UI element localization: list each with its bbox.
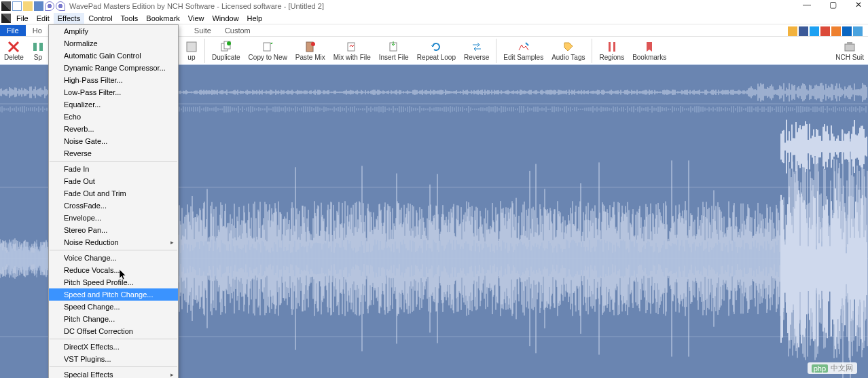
tool-label: Copy to New: [249, 54, 287, 61]
effects-item-directx-effects[interactable]: DirectX Effects...: [49, 341, 178, 353]
effects-item-envelope[interactable]: Envelope...: [49, 212, 178, 224]
app-icon: [1, 1, 11, 11]
tool-truncated[interactable]: up: [181, 37, 202, 64]
tool-label: Repeat Loop: [417, 54, 456, 61]
effects-item-crossfade[interactable]: CrossFade...: [49, 200, 178, 212]
tool-duplicate[interactable]: Duplicate: [208, 37, 245, 64]
qat-new-icon[interactable]: [12, 1, 22, 11]
tab-custom[interactable]: Custom: [218, 25, 257, 36]
linkedin-icon[interactable]: [842, 26, 852, 36]
x-red-icon: [7, 41, 20, 53]
effects-item-equalizer[interactable]: Equalizer...: [49, 98, 178, 111]
effects-item-speed-and-pitch-change[interactable]: Speed and Pitch Change...: [49, 288, 178, 301]
effects-item-pitch-speed-profile[interactable]: Pitch Speed Profile...: [49, 276, 178, 288]
effects-item-reduce-vocals[interactable]: Reduce Vocals...: [49, 264, 178, 276]
rss-icon[interactable]: [831, 26, 841, 36]
window-controls: — ▢ ✕: [800, 0, 865, 10]
qat-open-icon[interactable]: [23, 1, 33, 11]
tool-paste-mix[interactable]: Paste Mix: [291, 37, 329, 64]
tags-icon: [562, 41, 575, 53]
tool-bookmarks[interactable]: Bookmarks: [628, 37, 670, 64]
tool-copy-to-new[interactable]: Copy to New: [245, 37, 291, 64]
effects-item-automatic-gain-control[interactable]: Automatic Gain Control: [49, 50, 178, 62]
reverse-icon: [471, 41, 483, 53]
tool-label: Reverse: [464, 54, 489, 61]
split-icon: [32, 41, 44, 53]
thumbs-up-icon[interactable]: [788, 26, 797, 36]
qat-redo-icon[interactable]: [56, 1, 65, 11]
menu-bookmark[interactable]: Bookmark: [142, 13, 184, 24]
tool-split[interactable]: Sp: [28, 37, 48, 64]
svg-rect-9: [348, 43, 355, 51]
effects-item-reverse[interactable]: Reverse: [49, 147, 178, 159]
tool-label: Audio Tags: [551, 54, 585, 61]
tab-file[interactable]: File: [0, 25, 26, 36]
svg-point-8: [311, 42, 315, 46]
effects-item-pitch-change[interactable]: Pitch Change...: [49, 313, 178, 325]
menu-tools[interactable]: Tools: [117, 13, 143, 24]
effects-item-echo[interactable]: Echo: [49, 111, 178, 123]
effects-item-noise-gate[interactable]: Noise Gate...: [49, 135, 178, 147]
svg-point-5: [227, 41, 231, 45]
twitter-icon[interactable]: [810, 26, 819, 36]
svg-rect-14: [847, 42, 852, 45]
tool-audio-tags[interactable]: Audio Tags: [547, 37, 589, 64]
effects-item-vst-plugins[interactable]: VST Plugins...: [49, 353, 178, 365]
title-bar: WavePad Masters Edition by NCH Software …: [0, 0, 868, 12]
menu-edit[interactable]: Edit: [33, 13, 54, 24]
menu-control[interactable]: Control: [84, 13, 116, 24]
maximize-button[interactable]: ▢: [826, 0, 839, 10]
google-plus-icon[interactable]: [820, 26, 830, 36]
share-icon[interactable]: [853, 26, 863, 36]
tool-mix-with-file[interactable]: Mix with File: [329, 37, 375, 64]
effects-item-reverb[interactable]: Reverb...: [49, 123, 178, 135]
tool-label: up: [187, 54, 195, 61]
qat-undo-icon[interactable]: [45, 1, 54, 11]
effects-item-amplify[interactable]: Amplify: [49, 25, 178, 37]
tab-home-truncated[interactable]: Ho: [26, 25, 49, 36]
bookmarks-icon: [643, 41, 655, 53]
facebook-icon[interactable]: [799, 26, 808, 36]
tool-delete[interactable]: Delete: [0, 37, 28, 64]
tool-label: Bookmarks: [632, 54, 666, 61]
effects-item-fade-out[interactable]: Fade Out: [49, 175, 178, 187]
social-icons: [788, 26, 863, 36]
tool-nch-suite[interactable]: NCH Suit: [831, 37, 868, 64]
samples-icon: [518, 41, 530, 53]
tool-reverse[interactable]: Reverse: [460, 37, 493, 64]
effects-item-normalize[interactable]: Normalize: [49, 37, 178, 50]
svg-rect-11: [609, 42, 611, 52]
menu-effects[interactable]: Effects: [54, 13, 84, 24]
menu-view[interactable]: View: [184, 13, 209, 24]
effects-item-fade-in[interactable]: Fade In: [49, 163, 178, 175]
menu-help[interactable]: Help: [243, 13, 267, 24]
tool-label: Regions: [599, 54, 624, 61]
watermark-prefix: php: [812, 364, 828, 373]
minimize-button[interactable]: —: [800, 0, 814, 10]
effects-item-stereo-pan[interactable]: Stereo Pan...: [49, 224, 178, 236]
tool-repeat-loop[interactable]: Repeat Loop: [413, 37, 460, 64]
effects-item-speed-change[interactable]: Speed Change...: [49, 301, 178, 313]
menu-window[interactable]: Window: [208, 13, 242, 24]
qat-save-icon[interactable]: [34, 1, 43, 11]
tool-regions[interactable]: Regions: [595, 37, 628, 64]
tool-edit-samples[interactable]: Edit Samples: [499, 37, 547, 64]
mouse-cursor-icon: [120, 269, 128, 282]
effects-item-dc-offset-correction[interactable]: DC Offset Correction: [49, 325, 178, 337]
effects-item-high-pass-filter[interactable]: High-Pass Filter...: [49, 74, 178, 86]
close-button[interactable]: ✕: [852, 0, 865, 10]
insert-file-icon: [388, 41, 400, 53]
effects-item-low-pass-filter[interactable]: Low-Pass Filter...: [49, 86, 178, 98]
effects-item-noise-reduction[interactable]: Noise Reduction▸: [49, 236, 178, 248]
suite-icon: [844, 41, 856, 53]
effects-item-special-effects[interactable]: Special Effects▸: [49, 368, 178, 378]
effects-item-dynamic-range-compressor[interactable]: Dynamic Range Compressor...: [49, 62, 178, 74]
effects-item-fade-out-and-trim[interactable]: Fade Out and Trim: [49, 187, 178, 200]
effects-item-voice-change[interactable]: Voice Change...: [49, 252, 178, 264]
menu-file[interactable]: File: [12, 13, 33, 24]
tool-label: Sp: [34, 54, 42, 61]
toolbar-separator: [592, 39, 592, 63]
tool-insert-file[interactable]: Insert File: [375, 37, 413, 64]
tab-suite[interactable]: Suite: [187, 25, 218, 36]
paste-mix-icon: [304, 41, 317, 53]
